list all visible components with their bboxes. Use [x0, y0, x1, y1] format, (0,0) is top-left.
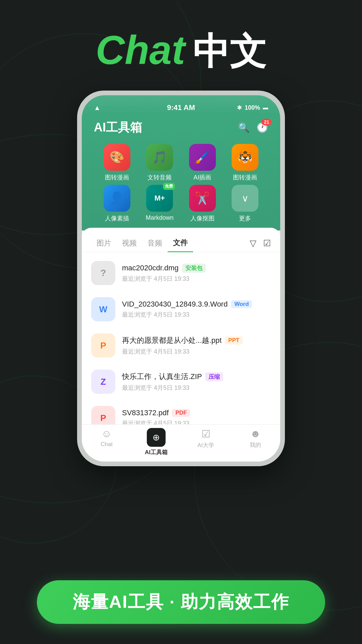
- tool-item-2[interactable]: 🖌️ AI插画: [183, 144, 222, 181]
- file-icon-3: Z: [91, 370, 115, 394]
- file-info-3: 快乐工作，认真生活.ZIP 压缩 最近浏览于 4月5日 19:33: [122, 372, 271, 392]
- nav-chat-label: Chat: [101, 441, 113, 448]
- nav-tools-label: AI工具箱: [145, 448, 168, 456]
- status-right: ✱ 100% ▬: [237, 104, 268, 111]
- bottom-nav: ☺ Chat ⊕ AI工具箱 ☑ AI大学 ☻ 我的: [82, 424, 280, 462]
- tabs-row: 图片 视频 音频 文件 ▽ ☑: [82, 228, 280, 252]
- tool-label-2: AI插画: [193, 173, 211, 181]
- search-button[interactable]: 🔍: [238, 122, 250, 133]
- file-icon-0: ?: [91, 261, 115, 285]
- file-item-0[interactable]: ? mac2020cdr.dmg 安装包 最近浏览于 4月5日 19:33: [82, 255, 280, 291]
- file-info-4: SV831372.pdf PDF 最近浏览于 4月5日 19:33: [122, 409, 271, 424]
- tool-icon-2: 🖌️: [189, 144, 216, 171]
- chat-text: Chat: [96, 28, 185, 72]
- app-header: AI工具箱 🔍 🕐 21 🎨 图转漫画 🎵 文转音频: [82, 114, 280, 230]
- file-info-2: 再大的愿景都是从小处...越.ppt PPT 最近浏览于 4月5日 19:33: [122, 335, 271, 356]
- file-name-row-4: SV831372.pdf PDF: [122, 409, 271, 417]
- tab-actions: ▽ ☑: [250, 238, 271, 249]
- file-name-row-3: 快乐工作，认真生活.ZIP 压缩: [122, 372, 271, 382]
- nav-chat-icon: ☺: [102, 428, 112, 439]
- nav-profile-icon: ☻: [250, 428, 261, 439]
- tool-item-6[interactable]: ✂️ 人像抠图: [183, 185, 222, 222]
- bluetooth-icon: ✱: [237, 104, 242, 111]
- file-date-3: 最近浏览于 4月5日 19:33: [122, 384, 271, 392]
- bottom-banner: 海量AI工具 · 助力高效工作: [37, 580, 325, 624]
- file-icon-4: P: [91, 406, 115, 424]
- tool-label-0: 图转漫画: [105, 173, 129, 181]
- file-info-0: mac2020cdr.dmg 安装包 最近浏览于 4月5日 19:33: [122, 264, 271, 283]
- file-date-2: 最近浏览于 4月5日 19:33: [122, 347, 271, 356]
- nav-edu-icon: ☑: [201, 428, 210, 440]
- wifi-icon: ▲: [94, 104, 101, 112]
- file-item-3[interactable]: Z 快乐工作，认真生活.ZIP 压缩 最近浏览于 4月5日 19:33: [82, 364, 280, 400]
- tool-item-3[interactable]: 🐯 图转漫画: [226, 144, 265, 181]
- tool-icon-1: 🎵: [146, 144, 173, 171]
- file-item-2[interactable]: P 再大的愿景都是从小处...越.ppt PPT 最近浏览于 4月5日 19:3…: [82, 327, 280, 364]
- tool-label-3: 图转漫画: [233, 173, 257, 181]
- file-tag-4: PDF: [172, 409, 190, 417]
- tool-label-1: 文转音频: [147, 173, 172, 181]
- file-list: ? mac2020cdr.dmg 安装包 最近浏览于 4月5日 19:33 W …: [82, 252, 280, 424]
- history-button[interactable]: 🕐 21: [256, 122, 268, 133]
- file-item-4[interactable]: P SV831372.pdf PDF 最近浏览于 4月5日 19:33: [82, 400, 280, 424]
- content-area: 图片 视频 音频 文件 ▽ ☑ ? mac2020cdr.dmg 安装包: [82, 228, 280, 462]
- tool-icon-5: M+ 免费: [146, 185, 173, 212]
- nav-edu[interactable]: ☑ AI大学: [181, 428, 231, 456]
- app-title: AI工具箱: [94, 119, 142, 136]
- status-left: ▲: [94, 104, 101, 112]
- tool-label-6: 人像抠图: [190, 214, 215, 222]
- tool-label-4: 人像素描: [105, 214, 129, 222]
- tool-item-1[interactable]: 🎵 文转音频: [140, 144, 180, 181]
- nav-profile-label: 我的: [250, 441, 261, 449]
- tab-files[interactable]: 文件: [168, 234, 193, 252]
- nav-chat[interactable]: ☺ Chat: [82, 428, 131, 456]
- top-heading: Chat 中文: [0, 27, 362, 77]
- file-name-3: 快乐工作，认真生活.ZIP: [122, 372, 202, 382]
- header-icons: 🔍 🕐 21: [238, 122, 268, 133]
- tool-item-4[interactable]: 👤 人像素描: [97, 185, 137, 222]
- tab-video[interactable]: 视频: [117, 235, 142, 252]
- nav-profile[interactable]: ☻ 我的: [231, 428, 280, 456]
- file-name-row-0: mac2020cdr.dmg 安装包: [122, 264, 271, 273]
- file-date-1: 最近浏览于 4月5日 19:33: [122, 311, 271, 319]
- file-name-row-1: VID_20230430_12849.3.9.Word Word: [122, 300, 271, 309]
- file-tag-0: 安装包: [182, 264, 206, 273]
- file-name-2: 再大的愿景都是从小处...越.ppt: [122, 335, 222, 345]
- file-item-1[interactable]: W VID_20230430_12849.3.9.Word Word 最近浏览于…: [82, 291, 280, 327]
- select-icon[interactable]: ☑: [263, 238, 271, 249]
- nav-tools[interactable]: ⊕ AI工具箱: [131, 428, 181, 456]
- tool-grid: 🎨 图转漫画 🎵 文转音频 🖌️ AI插画 🐯 图转漫画 👤 人像: [94, 144, 268, 222]
- file-date-0: 最近浏览于 4月5日 19:33: [122, 275, 271, 283]
- tab-images[interactable]: 图片: [91, 235, 117, 252]
- more-icon: ∨: [232, 185, 258, 212]
- app-title-row: AI工具箱 🔍 🕐 21: [94, 119, 268, 136]
- file-name-0: mac2020cdr.dmg: [122, 264, 179, 272]
- file-icon-2: P: [91, 333, 115, 358]
- tool-item-0[interactable]: 🎨 图转漫画: [97, 144, 137, 181]
- file-name-1: VID_20230430_12849.3.9.Word: [122, 300, 228, 309]
- tool-label-5: Markdown: [146, 214, 174, 221]
- tool-icon-6: ✂️: [189, 185, 216, 212]
- tab-audio[interactable]: 音频: [142, 235, 168, 252]
- tool-icon-0: 🎨: [104, 144, 130, 171]
- tool-icon-3: 🐯: [232, 144, 258, 171]
- file-name-row-2: 再大的愿景都是从小处...越.ppt PPT: [122, 335, 271, 345]
- file-info-1: VID_20230430_12849.3.9.Word Word 最近浏览于 4…: [122, 300, 271, 319]
- file-tag-2: PPT: [225, 336, 243, 344]
- phone-mockup: ▲ 9:41 AM ✱ 100% ▬ AI工具箱 🔍 🕐 21: [77, 91, 285, 466]
- file-date-4: 最近浏览于 4月5日 19:33: [122, 419, 271, 424]
- filter-icon[interactable]: ▽: [250, 238, 256, 249]
- status-time: 9:41 AM: [167, 103, 195, 112]
- tool-label-more: 更多: [239, 214, 251, 222]
- tool-item-more[interactable]: ∨ 更多: [226, 185, 265, 222]
- file-tag-3: 压缩: [205, 372, 223, 381]
- banner-text: 海量AI工具 · 助力高效工作: [73, 590, 289, 614]
- file-name-4: SV831372.pdf: [122, 409, 169, 417]
- battery-icon: ▬: [263, 105, 268, 111]
- status-bar: ▲ 9:41 AM ✱ 100% ▬: [82, 95, 280, 114]
- file-tag-1: Word: [231, 300, 252, 308]
- file-icon-1: W: [91, 297, 115, 321]
- nav-edu-label: AI大学: [197, 441, 214, 449]
- nav-tools-icon-wrap: ⊕: [147, 428, 166, 447]
- tool-item-5[interactable]: M+ 免费 Markdown: [140, 185, 180, 222]
